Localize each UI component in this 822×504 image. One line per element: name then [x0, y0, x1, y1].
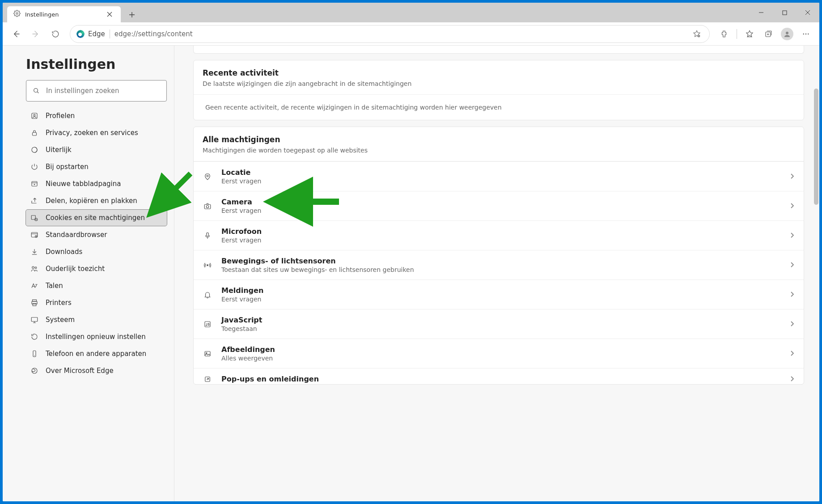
settings-search[interactable] — [26, 80, 167, 102]
favorites-button[interactable] — [741, 25, 758, 43]
image-icon — [203, 350, 212, 358]
reset-icon — [30, 333, 38, 341]
permission-javascript[interactable]: JavaScriptToegestaan — [194, 309, 804, 339]
nav-label: Nieuwe tabbladpagina — [46, 180, 121, 188]
family-icon — [30, 265, 38, 273]
nav-devices[interactable]: Telefoon en andere apparaten — [26, 346, 167, 362]
nav-label: Ouderlijk toezicht — [46, 265, 105, 273]
appearance-icon — [30, 146, 38, 154]
titlebar: Instellingen — [3, 3, 819, 22]
nav-about[interactable]: Over Microsoft Edge — [26, 363, 167, 379]
nav-default-browser[interactable]: Standaardbrowser — [26, 227, 167, 243]
close-window-button[interactable] — [796, 3, 819, 22]
svg-point-0 — [16, 13, 18, 14]
svg-rect-11 — [33, 132, 37, 136]
nav-share[interactable]: Delen, kopiëren en plakken — [26, 193, 167, 209]
language-icon — [30, 282, 38, 290]
content-area: Instellingen Profielen Privacy, zoeken e… — [3, 46, 819, 501]
chevron-right-icon — [789, 202, 795, 210]
chevron-right-icon — [789, 375, 795, 383]
back-button[interactable] — [7, 25, 25, 43]
forward-button[interactable] — [27, 25, 45, 43]
settings-sidebar: Instellingen Profielen Privacy, zoeken e… — [3, 46, 174, 501]
svg-point-10 — [34, 114, 35, 116]
recent-activity-title: Recente activiteit — [203, 68, 795, 77]
nav-privacy[interactable]: Privacy, zoeken en services — [26, 125, 167, 141]
browser-window: Instellingen Edge edge://setti — [3, 3, 819, 501]
svg-point-30 — [207, 264, 208, 266]
permission-title: Camera — [221, 198, 780, 206]
nav-downloads[interactable]: Downloads — [26, 244, 167, 260]
popup-icon — [203, 375, 212, 383]
card-recent-activity: Recente activiteit De laatste wijziginge… — [193, 60, 804, 120]
nav-startup[interactable]: Bij opstarten — [26, 159, 167, 175]
nav-system[interactable]: Systeem — [26, 312, 167, 328]
nav-family[interactable]: Ouderlijk toezicht — [26, 261, 167, 277]
nav-cookies-site-permissions[interactable]: Cookies en site machtigingen — [26, 210, 167, 226]
maximize-button[interactable] — [773, 3, 796, 22]
refresh-button[interactable] — [47, 25, 64, 43]
svg-point-28 — [206, 205, 208, 208]
permission-text: CameraEerst vragen — [221, 198, 780, 214]
permission-sub: Alles weergeven — [221, 355, 780, 362]
nav-label: Systeem — [46, 316, 75, 324]
permission-location[interactable]: LocatieEerst vragen — [194, 161, 804, 191]
permission-title: Pop-ups en omleidingen — [221, 375, 780, 383]
profile-icon — [30, 112, 38, 120]
permission-title: Locatie — [221, 168, 780, 177]
more-menu-button[interactable] — [797, 25, 815, 43]
edge-logo-icon — [76, 30, 85, 38]
address-bar[interactable]: Edge edge://settings/content — [70, 25, 710, 43]
nav-label: Telefoon en andere apparaten — [46, 350, 146, 358]
extensions-button[interactable] — [715, 25, 733, 43]
nav-reset[interactable]: Instellingen opnieuw instellen — [26, 329, 167, 345]
scrollbar[interactable] — [813, 46, 819, 501]
card-header: Alle machtigingen Machtigingen die worde… — [194, 127, 804, 161]
nav-label: Uiterlijk — [46, 146, 72, 154]
nav-appearance[interactable]: Uiterlijk — [26, 142, 167, 158]
permission-images[interactable]: AfbeeldingenAlles weergeven — [194, 339, 804, 368]
browser-icon — [30, 231, 38, 239]
permission-camera[interactable]: CameraEerst vragen — [194, 191, 804, 220]
svg-rect-1 — [783, 11, 787, 15]
permission-notifications[interactable]: MeldingenEerst vragen — [194, 280, 804, 309]
all-permissions-subtitle: Machtigingen die worden toegepast op all… — [203, 147, 795, 154]
microphone-icon — [203, 232, 212, 240]
bell-icon — [203, 291, 212, 299]
chevron-right-icon — [789, 320, 795, 328]
permission-sub: Eerst vragen — [221, 237, 780, 244]
window-controls — [750, 3, 819, 22]
printer-icon — [30, 299, 38, 307]
new-tab-button[interactable] — [124, 7, 140, 22]
svg-point-19 — [35, 267, 37, 269]
permission-microphone[interactable]: MicrofoonEerst vragen — [194, 220, 804, 250]
card-clipped-top — [193, 46, 804, 54]
address-url: edge://settings/content — [114, 30, 686, 38]
scrollbar-thumb[interactable] — [814, 89, 818, 205]
permission-sensors[interactable]: Bewegings- of lichtsensorenToestaan dat … — [194, 250, 804, 280]
address-separator — [110, 30, 110, 38]
toolbar-right — [715, 25, 815, 43]
nav-languages[interactable]: Talen — [26, 278, 167, 294]
add-favorite-button[interactable] — [691, 28, 703, 40]
settings-nav: Profielen Privacy, zoeken en services Ui… — [26, 108, 167, 379]
nav-printers[interactable]: Printers — [26, 295, 167, 311]
nav-profiles[interactable]: Profielen — [26, 108, 167, 124]
permission-title: Afbeeldingen — [221, 345, 780, 354]
tab-settings[interactable]: Instellingen — [7, 6, 121, 22]
profile-button[interactable] — [778, 25, 796, 43]
settings-heading: Instellingen — [26, 56, 167, 72]
settings-search-input[interactable] — [46, 87, 160, 95]
all-permissions-title: Alle machtigingen — [203, 135, 795, 144]
permission-title: Bewegings- of lichtsensoren — [221, 257, 780, 265]
nav-newtab[interactable]: Nieuwe tabbladpagina — [26, 176, 167, 192]
permission-title: JavaScript — [221, 316, 780, 324]
sensor-icon — [203, 261, 212, 269]
nav-label: Profielen — [46, 112, 75, 120]
tab-close-button[interactable] — [104, 8, 115, 20]
permission-popups[interactable]: Pop-ups en omleidingen — [194, 368, 804, 384]
svg-point-18 — [32, 267, 34, 269]
collections-button[interactable] — [759, 25, 777, 43]
tab-title: Instellingen — [25, 11, 99, 18]
minimize-button[interactable] — [750, 3, 773, 22]
